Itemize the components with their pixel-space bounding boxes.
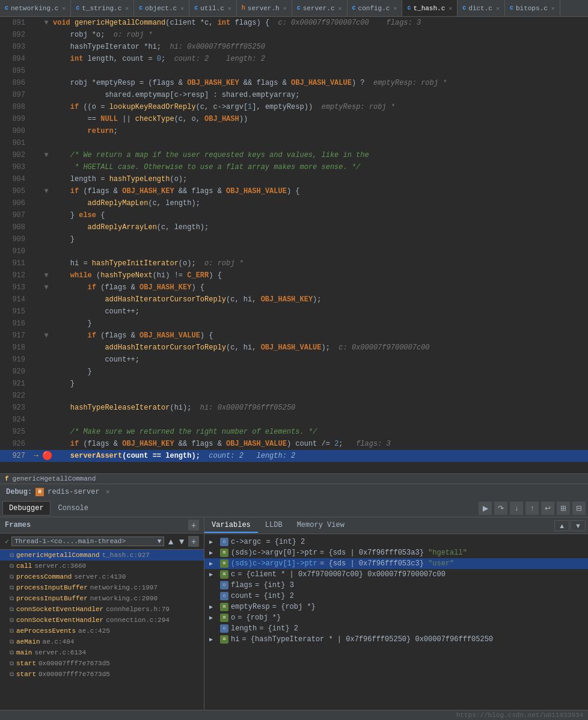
tab-bitops-c[interactable]: c bitops.c ✕ [505, 0, 560, 17]
var-item-hi[interactable]: ▶ ≡ hi = {hashTypeIterator * | 0x7f96fff… [204, 634, 588, 645]
var-expand-argv1[interactable]: ▶ [209, 560, 218, 567]
debug-tab-debugger[interactable]: Debugger [2, 501, 51, 515]
var-name-argv1: (sds)c->argv[1]->ptr [231, 559, 317, 568]
line-arrow-903 [30, 161, 42, 173]
tab-icon-t-string-c: c [76, 5, 79, 11]
tab-label-bitops-c: bitops.c [516, 5, 548, 12]
var-item-emptyresp[interactable]: ▶ ≡ emptyResp = {robj *} [204, 602, 588, 612]
tab-close-object-c[interactable]: ✕ [180, 5, 184, 12]
var-type-icon-emptyresp: ≡ [220, 603, 228, 611]
debug-close-icon[interactable]: ✕ [106, 487, 110, 496]
tab-util-c[interactable]: c util.c ✕ [189, 0, 237, 17]
var-scroll-down[interactable]: ▼ [571, 520, 586, 531]
tab-close-dict-c[interactable]: ✕ [496, 5, 500, 12]
line-fold-905[interactable]: ▼ [42, 185, 51, 197]
line-arrow-913 [30, 282, 42, 294]
frame-item-5[interactable]: ⧉ connSocketEventHandler connhelpers.h:7… [0, 604, 204, 615]
var-scroll-up[interactable]: ▲ [554, 520, 569, 531]
var-expand-o[interactable]: ▶ [209, 614, 218, 621]
var-item-flags[interactable]: ▶ ○ flags = {int} 3 [204, 580, 588, 591]
line-num-910: 910 [0, 245, 30, 257]
frame-item-1[interactable]: ⧉ call server.c:3660 [0, 561, 204, 571]
var-item-c[interactable]: ▶ ≡ c = {client * | 0x7f9700007c00} 0x00… [204, 569, 588, 580]
line-fold-891[interactable]: ▼ [42, 17, 51, 29]
line-num-905: 905 [0, 185, 30, 197]
var-item-o[interactable]: ▶ ≡ o = {robj *} [204, 612, 588, 623]
step-over-button[interactable]: ↷ [494, 502, 507, 515]
frame-name-6: connSocketEventHandler [16, 617, 103, 624]
tab-close-util-c[interactable]: ✕ [228, 5, 231, 12]
var-tab-variables[interactable]: Variables [204, 518, 258, 533]
tab-label-t-string-c: t_string.c [82, 5, 121, 12]
tab-close-bitops-c[interactable]: ✕ [551, 5, 555, 12]
resume-button[interactable]: ▶ [479, 502, 492, 515]
var-item-argv0[interactable]: ▶ ≡ (sds)c->argv[0]->ptr = {sds | 0x7f96… [204, 547, 588, 558]
tab-close-config-c[interactable]: ✕ [393, 5, 397, 12]
var-tab-lldb[interactable]: LLDB [258, 518, 290, 533]
tab-close-t-string-c[interactable]: ✕ [125, 5, 129, 12]
frame-item-0[interactable]: ⧉ genericHgetallCommand t_hash.c:927 [0, 550, 204, 561]
var-expand-emptyresp[interactable]: ▶ [209, 603, 218, 611]
line-fold-917[interactable]: ▼ [42, 330, 51, 342]
line-content-914: addHashIteratorCursorToReply(c, hi, OBJ_… [51, 294, 588, 306]
tab-close-t-hash-c[interactable]: ✕ [449, 5, 452, 12]
thread-nav-down[interactable]: ▼ [177, 537, 186, 546]
frames-list: ⧉ genericHgetallCommand t_hash.c:927 ⧉ c… [0, 550, 204, 710]
var-type-icon-c: ≡ [220, 570, 228, 579]
step-out-button[interactable]: ↑ [525, 502, 539, 515]
line-fold-902[interactable]: ▼ [42, 149, 51, 161]
frame-item-9[interactable]: ⧉ main server.c:6134 [0, 647, 204, 658]
tab-t-string-c[interactable]: c t_string.c ✕ [71, 0, 134, 17]
frame-stack-icon-0: ⧉ [10, 552, 14, 559]
code-line-907: 907 } else { [0, 209, 588, 221]
var-item-argv1[interactable]: ▶ ≡ (sds)c->argv[1]->ptr = {sds | 0x7f96… [204, 558, 588, 569]
frame-item-11[interactable]: ⧉ start 0x00007fff7e7673d5 [0, 669, 204, 680]
var-expand-hi[interactable]: ▶ [209, 636, 218, 643]
tab-t-hash-c[interactable]: c t_hash.c ✕ [402, 0, 458, 17]
var-expand-c[interactable]: ▶ [209, 571, 218, 578]
frame-item-6[interactable]: ⧉ connSocketEventHandler connection.c:29… [0, 615, 204, 626]
tab-object-c[interactable]: c object.c ✕ [134, 0, 189, 17]
code-line-921: 921 } [0, 378, 588, 390]
layout-button[interactable]: ⊟ [572, 502, 586, 515]
line-fold-897 [42, 89, 51, 101]
frame-name-3: processInputBuffer [16, 584, 88, 591]
var-tab-memory[interactable]: Memory View [290, 518, 352, 533]
frame-item-4[interactable]: ⧉ processInputBuffer networking.c:2090 [0, 593, 204, 604]
var-item-length[interactable]: ▶ ○ length = {int} 2 [204, 623, 588, 634]
var-value-hi: = {hashTypeIterator * | 0x7f96fff05250} … [242, 635, 493, 644]
tab-close-server-c[interactable]: ✕ [338, 5, 342, 12]
frame-item-10[interactable]: ⧉ start 0x00007fff7e7673d5 [0, 658, 204, 669]
variables-panel: Variables LLDB Memory View ▲ ▼ ▶ ○ [204, 517, 588, 710]
thread-dropdown[interactable]: Thread-1-<co....main-thread> ▼ [11, 537, 164, 546]
tab-close-server-h[interactable]: ✕ [283, 5, 287, 12]
var-type-icon-hi: ≡ [220, 635, 228, 644]
line-fold-912[interactable]: ▼ [42, 269, 51, 282]
frame-item-7[interactable]: ⧉ aeProcessEvents ae.c:425 [0, 626, 204, 636]
var-expand-argv0[interactable]: ▶ [209, 549, 218, 556]
tab-networking-c[interactable]: c networking.c ✕ [0, 0, 71, 17]
var-item-count[interactable]: ▶ ○ count = {int} 2 [204, 591, 588, 602]
tab-close-networking-c[interactable]: ✕ [62, 5, 66, 12]
frame-item-2[interactable]: ⧉ processCommand server.c:4130 [0, 571, 204, 582]
debug-tab-console[interactable]: Console [52, 501, 95, 515]
frame-item-3[interactable]: ⧉ processInputBuffer networking.c:1997 [0, 582, 204, 593]
table-view-button[interactable]: ⊞ [557, 502, 570, 515]
var-expand-argc[interactable]: ▶ [209, 538, 218, 546]
var-item-argc[interactable]: ▶ ○ c->argc = {int} 2 [204, 537, 588, 547]
frame-name-8: aeMain [16, 638, 40, 645]
thread-add-button[interactable]: + [188, 536, 199, 547]
tab-config-c[interactable]: c config.c ✕ [348, 0, 403, 17]
frames-add-button[interactable]: + [188, 520, 199, 531]
step-into-button[interactable]: ↓ [510, 502, 523, 515]
line-fold-913[interactable]: ▼ [42, 282, 51, 294]
line-arrow-915 [30, 306, 42, 318]
thread-nav-up[interactable]: ▲ [167, 537, 175, 546]
tab-dict-c[interactable]: c dict.c ✕ [458, 0, 505, 17]
tab-server-h[interactable]: h server.h ✕ [237, 0, 292, 17]
frame-item-8[interactable]: ⧉ aeMain ae.c:484 [0, 636, 204, 647]
tab-server-c[interactable]: c server.c ✕ [292, 0, 348, 17]
tab-icon-t-hash-c: c [407, 5, 411, 11]
line-arrow-924 [30, 414, 42, 426]
run-to-cursor-button[interactable]: ↩ [541, 502, 554, 515]
